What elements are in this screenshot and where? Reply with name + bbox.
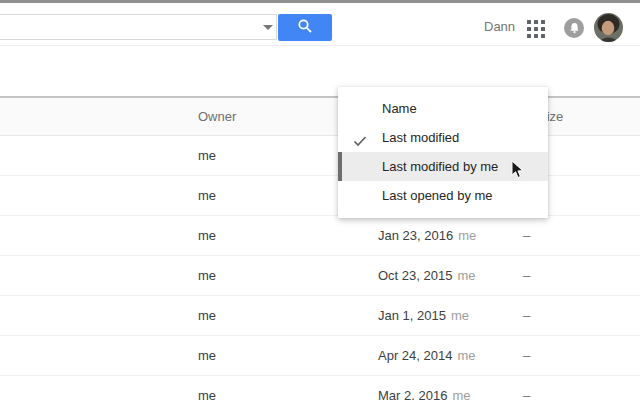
table-row[interactable]: me Apr 24, 2014me – [0, 336, 640, 376]
menu-item-name[interactable]: Name [338, 94, 548, 123]
table-row[interactable]: me Oct 23, 2015me – [0, 256, 640, 296]
table-row[interactable]: me Mar 2, 2016me – [0, 376, 640, 400]
size-cell: – [523, 296, 530, 335]
sort-menu: Name Last modified Last modified by me L… [338, 87, 548, 218]
search-icon [297, 18, 313, 37]
menu-item-label: Last opened by me [382, 188, 493, 203]
menu-item-last-opened-by-me[interactable]: Last opened by me [338, 181, 548, 210]
notifications-bell-icon[interactable] [564, 18, 584, 38]
menu-item-last-modified[interactable]: Last modified [338, 123, 548, 152]
size-cell: – [523, 256, 530, 295]
modified-cell: Jan 23, 2016me [378, 216, 476, 255]
menu-item-label: Last modified by me [382, 159, 498, 174]
search-button[interactable] [278, 14, 332, 41]
table-row[interactable]: me Jan 1, 2015me – [0, 296, 640, 336]
avatar[interactable] [594, 13, 623, 42]
menu-item-label: Last modified [382, 130, 459, 145]
owner-cell: me [198, 176, 216, 215]
top-bar: Dann [0, 3, 640, 46]
owner-cell: me [198, 256, 216, 295]
modified-cell: Oct 23, 2015me [378, 256, 476, 295]
modified-cell: Mar 2, 2016me [378, 376, 470, 400]
size-cell: – [523, 216, 530, 255]
search-options-caret-icon[interactable] [263, 25, 273, 30]
column-header-owner[interactable]: Owner [198, 98, 236, 136]
menu-scroll-indicator [338, 152, 342, 181]
modified-cell: Jan 1, 2015me [378, 296, 469, 335]
search-input[interactable] [0, 14, 277, 40]
owner-cell: me [198, 376, 216, 400]
owner-cell: me [198, 216, 216, 255]
size-cell: – [523, 376, 530, 400]
owner-cell: me [198, 296, 216, 335]
size-cell: – [523, 336, 530, 375]
account-name-label[interactable]: Dann [484, 18, 515, 36]
owner-cell: me [198, 136, 216, 175]
table-row[interactable]: me Jan 23, 2016me – [0, 216, 640, 256]
owner-cell: me [198, 336, 216, 375]
check-icon [352, 130, 368, 146]
menu-item-label: Name [382, 101, 417, 116]
apps-grid-icon[interactable] [527, 20, 545, 38]
mouse-cursor-icon [511, 160, 525, 180]
modified-cell: Apr 24, 2014me [378, 336, 476, 375]
